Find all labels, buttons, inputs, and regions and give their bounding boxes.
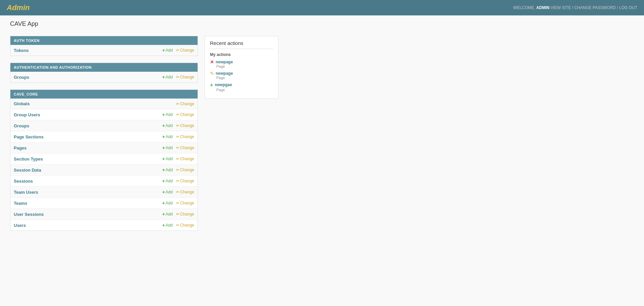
model-name-link[interactable]: Sessions — [14, 179, 162, 184]
pencil-icon: ✏ — [176, 134, 179, 139]
change-link[interactable]: ✏Change — [176, 134, 194, 139]
model-actions: +Add✏Change — [162, 200, 194, 206]
pencil-icon: ✏ — [176, 168, 179, 172]
add-label: Add — [166, 157, 173, 161]
add-link[interactable]: +Add — [162, 167, 173, 173]
add-link[interactable]: +Add — [162, 189, 173, 195]
model-row: Team Users+Add✏Change — [10, 187, 198, 198]
change-link[interactable]: ✏Change — [176, 75, 194, 79]
change-link[interactable]: ✏Change — [176, 212, 194, 217]
add-label: Add — [166, 134, 173, 139]
model-name-link[interactable]: Team Users — [14, 190, 162, 195]
change-link[interactable]: ✏Change — [176, 48, 194, 53]
section-header-auth_token: AUTH TOKEN — [10, 36, 198, 45]
change-link[interactable]: ✏Change — [176, 112, 194, 117]
model-actions: +Add✏Change — [162, 134, 194, 139]
add-link[interactable]: +Add — [162, 48, 173, 53]
change-password-link[interactable]: CHANGE PASSWORD — [574, 5, 616, 10]
right-column: Recent actions My actions ✕newpagePage✎n… — [205, 36, 278, 99]
change-link[interactable]: ✏Change — [176, 145, 194, 150]
model-row: Teams+Add✏Change — [10, 198, 198, 209]
log-out-link[interactable]: LOG OUT — [619, 5, 637, 10]
pencil-icon: ✏ — [176, 190, 179, 194]
model-row: Session Data+Add✏Change — [10, 165, 198, 176]
add-link[interactable]: +Add — [162, 145, 173, 150]
change-label: Change — [180, 168, 194, 172]
pencil-icon: ✏ — [176, 201, 179, 205]
model-name-link[interactable]: Page Sections — [14, 134, 162, 139]
change-label: Change — [180, 201, 194, 205]
add-link[interactable]: +Add — [162, 156, 173, 162]
change-link[interactable]: ✏Change — [176, 123, 194, 128]
add-link[interactable]: +Add — [162, 211, 173, 217]
pencil-icon: ✏ — [176, 102, 179, 106]
model-name-link[interactable]: User Sessions — [14, 212, 162, 217]
section-header-cave_core: CAVE_CORE — [10, 90, 198, 99]
change-label: Change — [180, 134, 194, 139]
model-actions: +Add✏Change — [162, 156, 194, 162]
plus-icon: + — [162, 145, 165, 150]
model-name-link[interactable]: Globals — [14, 101, 176, 106]
add-link[interactable]: +Add — [162, 134, 173, 139]
header-separator-3: / — [617, 5, 619, 10]
model-name-link[interactable]: Tokens — [14, 48, 162, 53]
change-link[interactable]: ✏Change — [176, 190, 194, 194]
welcome-prefix: WELCOME, — [513, 5, 535, 10]
add-link[interactable]: +Add — [162, 123, 173, 128]
plus-icon: + — [162, 156, 165, 162]
change-link[interactable]: ✏Change — [176, 168, 194, 172]
model-row: Page Sections+Add✏Change — [10, 131, 198, 142]
action-name-link[interactable]: newpage — [216, 71, 233, 76]
model-name-link[interactable]: Groups — [14, 123, 162, 128]
add-label: Add — [166, 112, 173, 117]
action-name-link[interactable]: newpage — [216, 60, 233, 64]
main-content: AUTH TOKENTokens+Add✏ChangeAUTHENTICATIO… — [0, 29, 644, 244]
view-site-link[interactable]: VIEW SITE — [550, 5, 571, 10]
add-label: Add — [166, 123, 173, 128]
model-name-link[interactable]: Section Types — [14, 157, 162, 162]
plus-icon: + — [162, 167, 165, 173]
model-actions: +Add✏Change — [162, 167, 194, 173]
model-actions: +Add✏Change — [162, 178, 194, 184]
change-link[interactable]: ✏Change — [176, 157, 194, 161]
pencil-icon: ✏ — [176, 212, 179, 217]
action-item: +newpgaePage — [210, 82, 273, 92]
change-link[interactable]: ✏Change — [176, 223, 194, 228]
model-row: User Sessions+Add✏Change — [10, 209, 198, 220]
change-label: Change — [180, 157, 194, 161]
plus-icon: + — [162, 178, 165, 184]
add-link[interactable]: +Add — [162, 200, 173, 206]
action-name-link[interactable]: newpgae — [215, 82, 232, 87]
change-link[interactable]: ✏Change — [176, 201, 194, 205]
recent-actions-title: Recent actions — [210, 40, 273, 49]
model-actions: +Add✏Change — [162, 189, 194, 195]
model-name-link[interactable]: Session Data — [14, 168, 162, 173]
model-name-link[interactable]: Teams — [14, 201, 162, 206]
pencil-icon: ✏ — [176, 48, 179, 53]
change-link[interactable]: ✏Change — [176, 179, 194, 183]
action-model-type: Page — [216, 88, 273, 92]
add-link[interactable]: +Add — [162, 178, 173, 184]
model-actions: ✏Change — [176, 102, 194, 106]
username: ADMIN — [536, 5, 549, 10]
add-link[interactable]: +Add — [162, 112, 173, 117]
add-label: Add — [166, 201, 173, 205]
model-name-link[interactable]: Users — [14, 223, 162, 228]
add-link[interactable]: +Add — [162, 74, 173, 80]
pencil-icon: ✏ — [176, 75, 179, 79]
my-actions-title: My actions — [210, 52, 273, 57]
change-link[interactable]: ✏Change — [176, 102, 194, 106]
recent-actions-box: Recent actions My actions ✕newpagePage✎n… — [205, 36, 278, 99]
add-label: Add — [166, 212, 173, 217]
model-name-link[interactable]: Groups — [14, 75, 162, 80]
model-row: Section Types+Add✏Change — [10, 154, 198, 165]
add-label: Add — [166, 75, 173, 79]
model-name-link[interactable]: Group Users — [14, 112, 162, 117]
add-label: Add — [166, 190, 173, 194]
change-label: Change — [180, 48, 194, 53]
model-name-link[interactable]: Pages — [14, 145, 162, 150]
model-actions: +Add✏Change — [162, 123, 194, 128]
action-model-type: Page — [216, 64, 273, 68]
pencil-icon: ✏ — [176, 123, 179, 128]
add-link[interactable]: +Add — [162, 223, 173, 228]
